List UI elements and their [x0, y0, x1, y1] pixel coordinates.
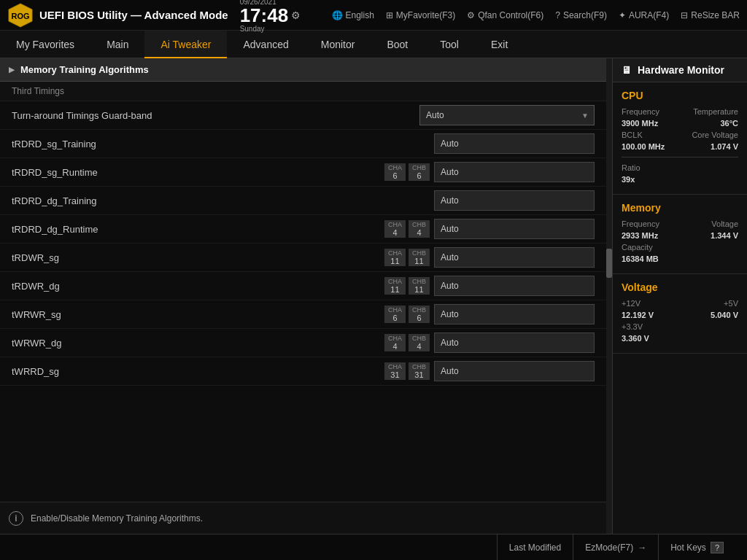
twrwr-sg-input-wrapper [434, 304, 595, 324]
cpu-frequency-vals-row: 3900 MHz 36°C [622, 119, 738, 128]
cpu-corevoltage-value: 1.074 V [711, 142, 738, 151]
last-modified-label: Last Modified [509, 542, 561, 553]
voltage-section-title: Voltage [622, 281, 738, 293]
trdrd-dg-training-input[interactable] [434, 190, 595, 211]
hotkeys-badge: ? [711, 542, 724, 553]
search-button[interactable]: ? Search(F9) [555, 10, 607, 20]
section-header: Memory Training Algorithms [0, 58, 606, 82]
content-area: Memory Training Algorithms Third Timings… [0, 58, 606, 534]
cha-badge: CHA4 [384, 334, 406, 351]
setting-label-turnaround: Turn-around Timings Guard-band [12, 110, 419, 121]
voltage-33-row: +3.3V [622, 322, 738, 331]
v33-label: +3.3V [622, 322, 643, 331]
trdrd-dg-runtime-input-wrapper [434, 219, 595, 239]
chb-badge: CHB6 [409, 306, 430, 323]
status-bar: Last Modified EzMode(F7) → Hot Keys ? [0, 534, 747, 560]
cpu-bclk-row: BCLK Core Voltage [622, 131, 738, 139]
top-bar: ROG UEFI BIOS Utility — Advanced Mode 09… [0, 0, 747, 31]
scroll-track[interactable] [606, 58, 612, 534]
memory-capacity-value: 16384 MB [622, 254, 659, 263]
tab-monitor[interactable]: Monitor [305, 31, 371, 58]
trdwr-sg-input[interactable] [434, 247, 595, 268]
tab-exit[interactable]: Exit [475, 31, 524, 58]
channel-badges-twrwr-dg: CHA4 CHB4 [384, 334, 430, 351]
last-modified-button[interactable]: Last Modified [497, 534, 573, 561]
tab-my-favorites[interactable]: My Favorites [0, 31, 90, 58]
voltage-33-val-row: 3.360 V [622, 334, 738, 343]
cpu-frequency-row: Frequency Temperature [622, 107, 738, 116]
cha-badge: CHA31 [384, 362, 406, 380]
hotkeys-button[interactable]: Hot Keys ? [658, 534, 735, 561]
tab-advanced[interactable]: Advanced [227, 31, 304, 58]
tab-main[interactable]: Main [90, 31, 144, 58]
memory-voltage-label: Voltage [711, 219, 738, 228]
v5-value: 5.040 V [711, 311, 738, 319]
turnaround-select-wrapper: Auto [419, 105, 595, 125]
table-row: tRDWR_sg CHA11 CHB11 [0, 244, 606, 272]
v12-value: 12.192 V [622, 311, 654, 319]
info-bar: i Enable/Disable Memory Training Algorit… [0, 502, 606, 534]
setting-label-twrwr-sg: tWRWR_sg [12, 309, 384, 320]
cpu-temperature-value: 36°C [720, 119, 738, 128]
trdrd-dg-training-input-wrapper [434, 190, 595, 211]
trdrd-dg-runtime-input[interactable] [434, 219, 595, 239]
cha-badge: CHA6 [384, 163, 406, 181]
table-row: tWRRD_sg CHA31 CHB31 [0, 357, 606, 386]
trdwr-dg-input[interactable] [434, 276, 595, 296]
table-row: tRDWR_dg CHA11 CHB11 [0, 272, 606, 300]
memory-capacity-label: Capacity [622, 243, 653, 252]
trdrd-sg-runtime-input[interactable] [434, 162, 595, 182]
hw-monitor-panel: 🖥 Hardware Monitor CPU Frequency Tempera… [612, 58, 747, 534]
aura-button[interactable]: ✦ AURA(F4) [619, 10, 669, 20]
memory-capacity-row: Capacity [622, 243, 738, 252]
channel-badges-twrwr-sg: CHA6 CHB6 [384, 306, 430, 323]
ezmode-button[interactable]: EzMode(F7) → [573, 534, 658, 561]
v5-label: +5V [724, 299, 738, 308]
cpu-frequency-value: 3900 MHz [622, 119, 658, 128]
chb-badge: CHB11 [409, 249, 430, 266]
myfavorite-button[interactable]: ⊞ MyFavorite(F3) [386, 10, 455, 20]
chb-badge: CHB4 [409, 220, 430, 238]
bios-title: UEFI BIOS Utility — Advanced Mode [39, 9, 228, 21]
scroll-thumb[interactable] [606, 249, 612, 278]
language-button[interactable]: 🌐 English [332, 10, 374, 20]
twrwr-dg-input[interactable] [434, 332, 595, 353]
ezmode-icon: → [638, 542, 646, 553]
memory-frequency-label: Frequency [622, 219, 659, 228]
cpu-ratio-label: Ratio [622, 163, 640, 172]
top-icons-group: 🌐 English ⊞ MyFavorite(F3) ⚙ Qfan Contro… [332, 10, 740, 20]
setting-label-trdrd-dg-training: tRDRD_dg_Training [12, 195, 434, 206]
setting-label-trdrd-dg-runtime: tRDRD_dg_Runtime [12, 224, 384, 235]
info-text: Enable/Disable Memory Training Algorithm… [31, 513, 203, 524]
chb-badge: CHB11 [409, 277, 430, 295]
voltage-section: Voltage +12V +5V 12.192 V 5.040 V +3.3V … [613, 274, 747, 354]
memory-frequency-row: Frequency Voltage [622, 219, 738, 228]
qfan-button[interactable]: ⚙ Qfan Control(F6) [467, 10, 543, 20]
twrwr-sg-input[interactable] [434, 304, 595, 324]
tab-boot[interactable]: Boot [371, 31, 424, 58]
cpu-ratio-val-row: 39x [622, 175, 738, 184]
table-row: tWRWR_dg CHA4 CHB4 [0, 329, 606, 357]
svg-text:ROG: ROG [11, 12, 29, 20]
table-row: tRDRD_dg_Training [0, 187, 606, 215]
chb-badge: CHB4 [409, 334, 430, 351]
turnaround-select[interactable]: Auto [419, 105, 595, 125]
twrrd-sg-input[interactable] [434, 361, 595, 381]
info-icon: i [9, 511, 23, 526]
monitor-icon: 🖥 [622, 64, 632, 76]
logo-area: ROG UEFI BIOS Utility — Advanced Mode [7, 2, 228, 28]
resizebar-button[interactable]: ⊟ ReSize BAR [681, 10, 740, 20]
cpu-frequency-label: Frequency [622, 107, 659, 116]
cha-badge: CHA6 [384, 306, 406, 323]
setting-label-trdrd-sg-training: tRDRD_sg_Training [12, 139, 434, 149]
hw-monitor-header: 🖥 Hardware Monitor [613, 58, 747, 82]
cha-badge: CHA11 [384, 249, 406, 266]
tab-tool[interactable]: Tool [424, 31, 475, 58]
setting-label-twrwr-dg: tWRWR_dg [12, 338, 384, 349]
setting-label-trdwr-dg: tRDWR_dg [12, 281, 384, 292]
trdrd-sg-training-input[interactable] [434, 133, 595, 154]
cpu-temperature-label: Temperature [693, 107, 738, 116]
tab-ai-tweaker[interactable]: Ai Tweaker [144, 31, 227, 58]
channel-badges-trdrd-sg-runtime: CHA6 CHB6 [384, 163, 430, 181]
settings-gear-icon[interactable]: ⚙ [291, 9, 301, 21]
